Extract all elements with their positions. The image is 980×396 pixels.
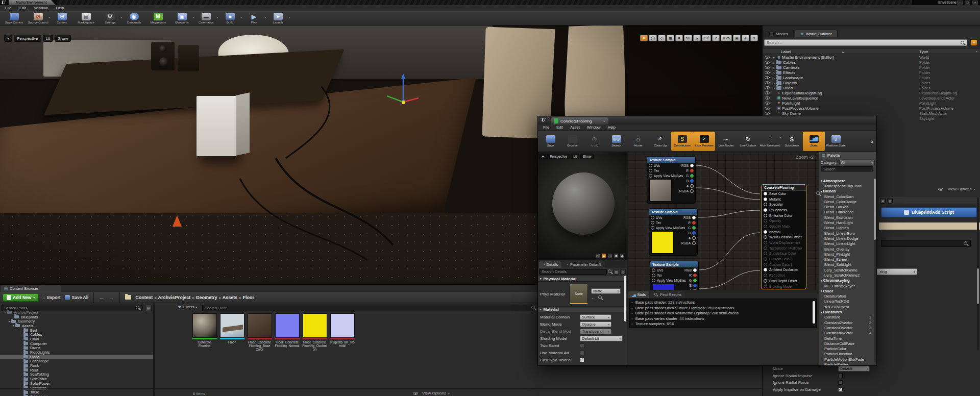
tree-row[interactable]: SideTable: [0, 377, 153, 381]
cb-view-options[interactable]: View Options▾: [411, 391, 450, 395]
toolbar-button[interactable]: ▣ Blueprints ▾: [170, 12, 194, 25]
maximize-button[interactable]: □: [965, 1, 970, 5]
node-input-pin[interactable]: UVs: [647, 163, 675, 168]
back-button[interactable]: ←: [99, 294, 105, 301]
breadcrumb-item[interactable]: Geometry: [192, 295, 217, 300]
outliner-row[interactable]: ▷ Effects Folder: [763, 70, 980, 75]
toolbar-button[interactable]: ▬ Cinematics ▾: [194, 12, 218, 25]
expander-icon[interactable]: ▾: [772, 56, 776, 59]
tree-row[interactable]: SolarPower: [0, 381, 153, 386]
toolbar-button[interactable]: ▤ Marketplace: [74, 12, 98, 25]
palette-item[interactable]: MF_Chromakeyer: [819, 283, 874, 288]
texture-sample-node[interactable]: Texture Sample UVsTexApply View MipBias …: [647, 156, 696, 204]
detail-value[interactable]: ▾✓: [580, 358, 584, 362]
menu-item[interactable]: File: [543, 125, 549, 130]
node-header[interactable]: ConcreteFlooring: [762, 185, 806, 191]
material-toolbar-button[interactable]: ⊘ Apply: [583, 132, 605, 151]
tab-close-icon[interactable]: ×: [603, 119, 605, 123]
material-input-pin[interactable]: Normal: [762, 229, 806, 235]
snap-more-dropdown[interactable]: ▾: [750, 35, 758, 41]
toolbar-button[interactable]: Save Current: [2, 12, 26, 25]
menu-item[interactable]: Asset: [570, 125, 580, 130]
palette-item[interactable]: Constant1: [819, 315, 874, 320]
visibility-eye-icon[interactable]: [765, 96, 770, 100]
palette-item[interactable]: Color: [819, 288, 874, 293]
palette-item[interactable]: Lerp_ScratchGrime2: [819, 273, 874, 278]
expander-icon[interactable]: ▾: [11, 324, 15, 327]
palette-item[interactable]: Desaturation: [819, 294, 874, 299]
import-button[interactable]: ↓Import: [43, 295, 61, 300]
mesh-shape-icon[interactable]: ◆: [620, 253, 625, 258]
preview-perspective-button[interactable]: Perspective: [547, 154, 570, 159]
preview-options-dropdown[interactable]: ▾: [540, 154, 546, 159]
outliner-row[interactable]: ▾ MasterEnvironement (Editor) World: [763, 55, 980, 60]
detail-value[interactable]: ▾✓: [838, 380, 843, 385]
material-toolbar-button[interactable]: Save: [540, 132, 561, 151]
node-header[interactable]: Texture Sample: [649, 209, 697, 215]
tree-row[interactable]: FloodLights: [0, 350, 153, 355]
toolbar-button[interactable]: ⊘ Source Control ▾: [26, 12, 50, 25]
details-search-input[interactable]: [539, 269, 607, 275]
material-toolbar-button[interactable]: ▯ Platform Stats: [825, 132, 847, 151]
outliner-row[interactable]: PointLight PointLight: [763, 101, 980, 106]
outliner-row[interactable]: Sky Dome StaticMeshActor: [763, 111, 980, 116]
palette-item[interactable]: Blend_Overlay: [819, 246, 874, 252]
expander-icon[interactable]: ▷: [772, 61, 776, 64]
world-settings-tab-icon[interactable]: ◍: [887, 198, 893, 204]
tab-stats[interactable]: ▂▅Stats: [628, 291, 649, 298]
phys-material-combo[interactable]: None▾: [591, 288, 621, 294]
minimize-button[interactable]: –: [957, 1, 963, 5]
node-output-pin[interactable]: RGBA: [675, 188, 695, 193]
palette-item[interactable]: Chromakeying: [819, 278, 874, 283]
material-input-pin[interactable]: Roughness: [762, 207, 806, 213]
detail-value[interactable]: Translucent▾✓: [580, 329, 611, 334]
material-input-pin[interactable]: Custom Data 0: [762, 256, 806, 262]
visibility-eye-icon[interactable]: [765, 86, 770, 89]
node-output-pin[interactable]: A: [675, 183, 695, 188]
viewport-options-dropdown[interactable]: ▾: [4, 35, 12, 42]
palette-item[interactable]: Blend_LinearDodge: [819, 236, 874, 241]
palette-item[interactable]: Blend_LinearBurn: [819, 231, 874, 236]
node-header[interactable]: Texture Sample: [650, 261, 698, 267]
palette-item[interactable]: Blend_SoftLight: [819, 262, 874, 267]
column-view-icon[interactable]: ▥: [614, 269, 619, 275]
rotation-snap-value[interactable]: 10°: [702, 35, 712, 41]
tree-row[interactable]: Drone: [0, 346, 153, 351]
tab-content-browser[interactable]: ▤Content Browser: [1, 285, 61, 292]
perspective-button[interactable]: Perspective: [14, 35, 41, 42]
detail-value[interactable]: Surface▾✓: [580, 314, 611, 320]
node-input-pin[interactable]: Tex: [649, 220, 677, 225]
toolbar-button[interactable]: M Megascans: [146, 12, 170, 25]
material-result-node[interactable]: ConcreteFlooring Base ColorMetallicSpecu…: [761, 184, 806, 289]
visibility-eye-icon[interactable]: [765, 112, 770, 115]
splitter[interactable]: [153, 303, 155, 396]
stats-scrollbar[interactable]: [813, 301, 815, 324]
material-input-pin[interactable]: Tessellation Multiplier: [762, 245, 806, 251]
menu-item[interactable]: Help: [56, 6, 64, 10]
category-combo[interactable]: All▾: [839, 160, 875, 165]
tab-find-results[interactable]: Find Results: [650, 291, 685, 298]
tab-parameter-default[interactable]: ◔Parameter Default: [562, 261, 604, 268]
node-input-pin[interactable]: Tex: [647, 168, 675, 173]
use-selected-arrow-icon[interactable]: ←: [591, 295, 595, 300]
node-output-pin[interactable]: R: [675, 168, 695, 173]
expander-icon[interactable]: ▾: [3, 311, 7, 314]
material-toolbar-button[interactable]: ▫▪ Live Nodes: [715, 132, 737, 151]
detail-value[interactable]: Default Lit▾✓: [580, 336, 623, 341]
grid-snap-value[interactable]: 50: [684, 35, 692, 41]
palette-item[interactable]: ParticleDirection: [819, 352, 874, 357]
detail-value[interactable]: ▾✓: [580, 351, 584, 355]
tab-modes[interactable]: Modes: [764, 30, 794, 37]
node-output-pin[interactable]: G: [675, 173, 695, 178]
palette-item[interactable]: AtmosphericFogColor: [819, 183, 874, 188]
material-toolbar-button[interactable]: ◎◎ Search: [605, 132, 627, 151]
detail-value[interactable]: ▾✓: [838, 387, 843, 392]
tab-details[interactable]: ◔Details: [539, 261, 561, 268]
world-space-icon[interactable]: ◯: [649, 35, 657, 41]
expander-icon[interactable]: ▷: [772, 76, 776, 80]
show-button[interactable]: Show: [55, 35, 71, 42]
save-all-button[interactable]: Save All: [65, 295, 89, 300]
tab-world-outliner[interactable]: ≣World Outliner: [795, 30, 838, 37]
tree-row[interactable]: Roof: [0, 368, 153, 373]
phys-material-thumbnail[interactable]: None: [570, 284, 588, 304]
